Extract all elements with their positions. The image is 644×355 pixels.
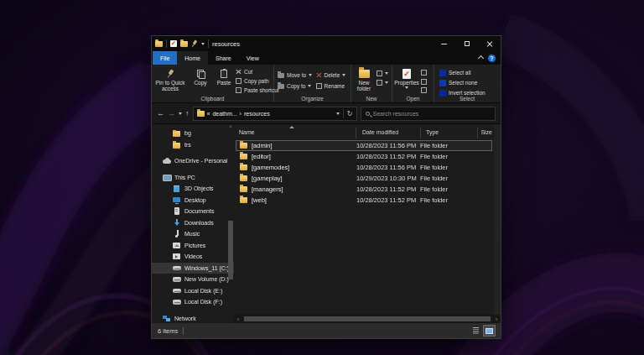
easy-access-button[interactable]	[377, 79, 390, 86]
horizontal-scrollbar-thumb[interactable]	[244, 316, 491, 321]
sidebar-item-new-volume-d[interactable]: New Volume (D:)	[152, 274, 234, 285]
breadcrumb-current[interactable]: resources	[244, 111, 270, 117]
recent-locations-arrow-icon[interactable]	[179, 112, 182, 115]
copy-to-button[interactable]: Copy to	[278, 81, 313, 91]
sidebar-scrollbar[interactable]: ˄	[227, 124, 234, 323]
file-row-gamemodes[interactable]: [gamemodes] 10/28/2023 11:56 PM File fol…	[236, 162, 492, 173]
select-all-button[interactable]: Select all	[439, 69, 500, 76]
tab-file[interactable]: File	[153, 51, 177, 65]
file-name: [gamemodes]	[252, 164, 289, 171]
explorer-icon	[155, 41, 163, 47]
column-header-size[interactable]: Size	[479, 129, 492, 135]
sidebar-item-this-pc[interactable]: This PC	[152, 172, 234, 184]
sidebar-scrollbar-thumb[interactable]	[228, 221, 233, 279]
file-row-editor[interactable]: [editor] 10/28/2023 11:52 PM File folder	[236, 151, 492, 162]
refresh-icon[interactable]: ↻	[347, 110, 353, 117]
file-row-managers[interactable]: [managers] 10/28/2023 11:52 PM File fold…	[236, 184, 492, 195]
file-date: 10/28/2023 11:52 PM	[356, 196, 420, 204]
tab-share[interactable]: Share	[208, 51, 239, 65]
sidebar-item-trs[interactable]: trs	[152, 139, 234, 151]
sidebar-item-music[interactable]: Music	[152, 228, 234, 240]
new-folder-qat-icon[interactable]	[180, 41, 188, 47]
tab-home[interactable]: Home	[177, 51, 208, 65]
sidebar-item-bg[interactable]: bg	[152, 128, 234, 139]
column-divider[interactable]	[356, 128, 356, 138]
move-to-button[interactable]: Move to	[278, 70, 313, 80]
qat-customize-arrow-icon[interactable]	[201, 43, 205, 45]
dropdown-arrow-icon	[309, 74, 312, 76]
sidebar-item-local-disk-f[interactable]: Local Disk (F:)	[152, 296, 234, 308]
new-item-button[interactable]	[377, 70, 390, 77]
sidebar-item-documents[interactable]: Documents	[152, 206, 234, 217]
sidebar-item-desktop[interactable]: Desktop	[152, 195, 234, 206]
up-button[interactable]: ↑	[185, 110, 190, 117]
properties-button[interactable]: ✓ Properties	[392, 66, 421, 94]
details-view-button[interactable]	[470, 326, 481, 336]
file-row-web[interactable]: [web] 10/28/2023 11:52 PM File folder	[236, 195, 492, 206]
delete-button[interactable]: Delete	[316, 70, 351, 80]
column-header-date[interactable]: Date modified	[362, 129, 398, 135]
new-folder-icon	[359, 70, 370, 78]
help-icon[interactable]: ?	[488, 55, 496, 62]
pin-to-quick-access-button[interactable]: Pin to Quick access	[152, 66, 189, 94]
pin-icon[interactable]	[191, 40, 198, 47]
sidebar-item-local-disk-e[interactable]: Local Disk (E:)	[152, 285, 234, 297]
dropdown-arrow-icon	[385, 81, 388, 84]
navigation-pane: bg trs OneDrive - Personal This PC 3D Ob…	[152, 124, 234, 323]
pictures-icon	[173, 242, 181, 249]
column-header-type[interactable]: Type	[426, 129, 439, 135]
paste-button[interactable]: Paste	[212, 66, 236, 94]
cut-button[interactable]: Cut	[236, 68, 273, 76]
edit-button[interactable]	[421, 78, 433, 86]
search-input[interactable]: Search resources	[361, 107, 496, 121]
new-folder-button[interactable]: New folder	[351, 66, 377, 94]
scroll-left-icon[interactable]: ‹	[234, 316, 242, 322]
divider	[166, 39, 167, 48]
properties-qat-icon[interactable]: ✓	[170, 40, 177, 47]
column-divider[interactable]	[477, 128, 478, 138]
back-button[interactable]: ←	[157, 110, 164, 117]
delete-icon	[316, 72, 322, 78]
file-row-gameplay[interactable]: [gameplay] 10/29/2023 10:30 PM File fold…	[236, 173, 492, 184]
clipboard-group-label: Clipboard	[152, 96, 273, 102]
sidebar-item-pictures[interactable]: Pictures	[152, 240, 234, 252]
select-all-icon	[439, 70, 446, 76]
forward-button[interactable]: →	[168, 110, 175, 117]
breadcrumb-overflow[interactable]: «	[207, 111, 210, 117]
item-count: 6 items	[158, 327, 178, 335]
open-button[interactable]	[421, 69, 433, 76]
scroll-right-icon[interactable]: ›	[492, 316, 501, 322]
file-list-scrollbar[interactable]	[494, 124, 501, 323]
drive-icon	[173, 298, 181, 305]
status-bar: 6 items	[152, 323, 501, 338]
paste-shortcut-button[interactable]: Paste shortcut	[236, 86, 273, 94]
copy-button[interactable]: Copy	[189, 66, 212, 94]
tab-view[interactable]: View	[239, 51, 267, 65]
column-divider[interactable]	[420, 128, 421, 138]
sidebar-item-network[interactable]: Network	[152, 313, 234, 324]
divider	[343, 109, 344, 118]
address-dropdown-arrow-icon[interactable]	[336, 112, 340, 115]
history-button[interactable]	[421, 86, 433, 94]
thumbnail-view-button[interactable]	[484, 326, 495, 336]
sidebar-item-videos[interactable]: Videos	[152, 251, 234, 263]
close-button[interactable]	[478, 36, 501, 51]
sidebar-item-label: Videos	[184, 253, 202, 259]
address-field[interactable]: « deathm... › resources ↻	[193, 107, 357, 121]
horizontal-scrollbar[interactable]: ‹ ›	[234, 315, 501, 323]
column-header-name[interactable]: Name	[239, 129, 255, 135]
scroll-up-icon[interactable]: ˄	[228, 124, 233, 129]
sidebar-item-onedrive[interactable]: OneDrive - Personal	[152, 155, 234, 167]
sidebar-item-3d-objects[interactable]: 3D Objects	[152, 183, 234, 195]
minimize-ribbon-icon[interactable]	[478, 55, 484, 60]
minimize-button[interactable]	[433, 36, 455, 51]
title-bar: ✓ resources	[152, 36, 501, 51]
maximize-button[interactable]	[455, 36, 478, 51]
sidebar-item-windows-c[interactable]: Windows_11 (C:)	[152, 263, 234, 274]
file-row-admin[interactable]: [admin] 10/28/2023 11:56 PM File folder	[236, 140, 492, 151]
select-none-button[interactable]: Select none	[439, 79, 500, 86]
breadcrumb-parent[interactable]: deathm...	[212, 111, 236, 117]
copy-path-button[interactable]: Copy path	[236, 77, 273, 85]
sidebar-item-downloads[interactable]: Downloads	[152, 217, 234, 229]
rename-button[interactable]: Rename	[316, 81, 351, 91]
